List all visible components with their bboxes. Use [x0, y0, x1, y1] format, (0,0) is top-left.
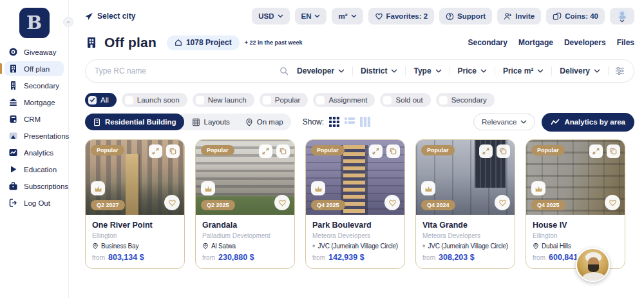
sidebar-collapse-button[interactable]: «	[63, 17, 73, 27]
property-location-text: Business Bay	[101, 243, 138, 250]
gallery-button[interactable]	[607, 144, 620, 158]
invite-label: Invite	[515, 12, 535, 20]
sidebar-item-analytics[interactable]: Analytics	[5, 145, 64, 160]
building-icon	[85, 36, 98, 49]
analytics-by-area-button[interactable]: Analytics by area	[542, 113, 634, 132]
expand-button[interactable]	[149, 144, 162, 158]
filter-label: Price m²	[503, 66, 533, 75]
property-card[interactable]: Popular Q4 2025 Park Boulevard Meteora D…	[305, 139, 405, 269]
language-selector[interactable]: EN	[295, 8, 327, 25]
advanced-filters-button[interactable]	[615, 66, 625, 75]
sort-label: Relevance	[482, 118, 516, 126]
segment-label: On map	[257, 118, 283, 126]
chip-popular[interactable]: Popular	[260, 93, 308, 107]
user-menu[interactable]	[610, 8, 634, 25]
sidebar-item-education[interactable]: Education	[5, 162, 64, 177]
sidebar-item-log-out[interactable]: Log Out	[5, 195, 64, 210]
unit-selector[interactable]: m²	[332, 8, 363, 25]
gallery-button[interactable]	[276, 144, 290, 158]
chip-all[interactable]: All	[85, 93, 117, 107]
sidebar-item-presentations[interactable]: Presentations	[5, 128, 64, 143]
select-city-button[interactable]: Select city	[85, 12, 135, 21]
segment-residential-building[interactable]: Residential Building	[85, 114, 184, 130]
favorite-heart-button[interactable]	[384, 195, 400, 210]
link-mortgage[interactable]: Mortgage	[518, 38, 553, 47]
favorite-heart-button[interactable]	[495, 195, 510, 210]
crown-icon	[421, 181, 435, 195]
filter-district[interactable]: District	[353, 66, 405, 75]
sidebar-item-secondary[interactable]: Secondary	[5, 78, 64, 93]
map-pin-icon	[202, 243, 209, 250]
invite-button[interactable]: Invite	[497, 8, 541, 25]
property-card[interactable]: Popular Q4 2024 Vita Grande Meteora Deve…	[415, 139, 515, 269]
currency-selector[interactable]: USD	[252, 8, 289, 25]
favorite-heart-button[interactable]	[274, 195, 290, 210]
filter-developer[interactable]: Developer	[289, 66, 352, 75]
filter-price-m2[interactable]: Price m²	[495, 66, 551, 75]
map-pin-icon	[92, 243, 99, 250]
expand-icon	[152, 148, 159, 155]
search-input[interactable]	[95, 66, 279, 75]
filter-price[interactable]: Price	[450, 66, 495, 75]
sidebar-item-off-plan[interactable]: Off plan	[5, 61, 64, 76]
building-icon	[8, 64, 18, 74]
favorite-heart-button[interactable]	[164, 195, 180, 210]
sidebar-item-subscriptions[interactable]: Subscriptions	[5, 179, 64, 194]
property-title[interactable]: Park Boulevard	[312, 221, 398, 230]
chip-secondary[interactable]: Secondary	[436, 93, 495, 107]
grid-view-button[interactable]	[329, 117, 339, 127]
property-card[interactable]: Popular Q2 2027 One River Point Ellingto…	[85, 139, 185, 269]
gallery-button[interactable]	[386, 144, 400, 158]
sidebar-item-crm[interactable]: CRM	[5, 112, 64, 126]
expand-button[interactable]	[369, 144, 383, 158]
favorite-heart-button[interactable]	[605, 195, 620, 210]
heart-icon	[168, 199, 176, 206]
expand-button[interactable]	[589, 144, 603, 158]
expand-button[interactable]	[479, 144, 493, 158]
chip-label: Sold out	[395, 96, 422, 104]
chip-label: Assignment	[328, 96, 367, 104]
chevron-down-icon	[620, 19, 625, 23]
link-files[interactable]: Files	[617, 38, 634, 47]
gallery-button[interactable]	[166, 144, 180, 158]
favorites-button[interactable]: Favorites: 2	[368, 8, 435, 25]
checkbox-icon	[263, 96, 271, 104]
property-title[interactable]: Grandala	[202, 221, 288, 230]
chip-new-launch[interactable]: New launch	[193, 93, 254, 107]
chip-assignment[interactable]: Assignment	[313, 93, 375, 107]
brand-logo[interactable]: B	[19, 8, 50, 38]
sidebar-item-mortgage[interactable]: Mortgage	[5, 95, 64, 110]
coins-button[interactable]: Coins: 40	[546, 8, 605, 25]
property-card-body: Grandala Palladium Development Al Satwa …	[196, 215, 294, 268]
filter-delivery[interactable]: Delivery	[552, 66, 608, 75]
grid-view-icon	[329, 117, 339, 127]
sidebar-item-giveaway[interactable]: Giveaway	[5, 45, 64, 59]
project-count-badge[interactable]: 1078 Project	[167, 35, 240, 50]
segment-layouts[interactable]: Layouts	[184, 114, 238, 130]
gallery-button[interactable]	[497, 144, 510, 158]
property-title[interactable]: Vita Grande	[422, 221, 508, 230]
assistant-avatar-button[interactable]	[576, 248, 610, 282]
expand-button[interactable]	[259, 144, 272, 158]
chevron-down-icon	[278, 14, 283, 18]
property-title[interactable]: House IV	[533, 221, 618, 230]
coins-label: Coins: 40	[565, 12, 598, 20]
link-secondary[interactable]: Secondary	[468, 38, 507, 47]
sort-dropdown[interactable]: Relevance	[473, 114, 535, 130]
filter-type[interactable]: Type	[406, 66, 449, 75]
columns-view-button[interactable]	[360, 117, 370, 127]
chip-launch-soon[interactable]: Launch soon	[122, 93, 187, 107]
link-developers[interactable]: Developers	[564, 38, 606, 47]
columns-view-icon	[360, 117, 370, 127]
property-price-row: from 308,203 $	[422, 253, 508, 262]
list-view-button[interactable]	[345, 117, 355, 127]
sidebar-item-label: Analytics	[24, 149, 53, 157]
property-title[interactable]: One River Point	[92, 221, 178, 230]
property-developer: Meteora Developers	[312, 232, 398, 239]
property-photo: Popular Q2 2027	[86, 140, 184, 215]
property-card[interactable]: Popular Q4 2025 House IV Ellington Dubai…	[526, 139, 625, 269]
chip-sold-out[interactable]: Sold out	[380, 93, 430, 107]
property-card[interactable]: Popular Q2 2025 Grandala Palladium Devel…	[195, 139, 295, 269]
support-button[interactable]: Support	[439, 8, 492, 25]
segment-on-map[interactable]: On map	[238, 114, 291, 130]
